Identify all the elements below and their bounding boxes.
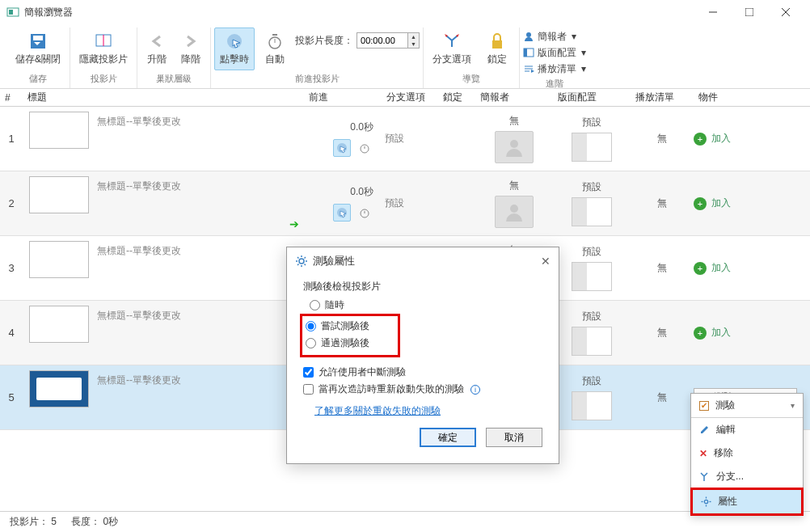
layout-thumbnail[interactable] <box>572 262 612 291</box>
ctx-test-header[interactable]: ✔ 測驗 ▾ <box>691 394 803 418</box>
learn-more-link[interactable]: 了解更多關於重啟失敗的測驗 <box>314 404 441 418</box>
svg-point-53 <box>704 500 707 503</box>
slide-name[interactable]: 無標題--單擊後更改 <box>97 309 181 323</box>
dialog-title: 測驗屬性 <box>313 254 355 268</box>
presenter-none-label: 無 <box>509 114 519 128</box>
auto-advance-button[interactable]: 自動 <box>256 27 293 70</box>
checkbox-allow-interrupt[interactable]: 允許使用者中斷測驗 <box>303 364 546 381</box>
playlist-cell[interactable]: 無 <box>631 301 694 365</box>
ctx-edit[interactable]: 編輯 <box>691 418 803 441</box>
branch-options-button[interactable]: 分支選項 <box>427 27 477 70</box>
slide-thumbnail[interactable] <box>29 176 89 213</box>
demote-button[interactable]: 降階 <box>175 27 207 70</box>
svg-line-52 <box>305 257 306 259</box>
table-row[interactable]: 1無標題--單擊後更改0.0秒預設無預設無+加入 <box>0 107 810 171</box>
save-close-button[interactable]: 儲存&關閉 <box>10 27 66 70</box>
lock-button[interactable]: 鎖定 <box>479 27 516 70</box>
stopwatch-icon[interactable] <box>356 204 373 222</box>
layout-thumbnail[interactable] <box>572 197 612 226</box>
slide-thumbnail[interactable] <box>29 370 89 407</box>
layout-thumbnail[interactable] <box>572 391 612 420</box>
playlist-cell[interactable]: 無 <box>631 171 694 235</box>
presenter-thumbnail[interactable] <box>495 196 534 228</box>
slide-thumbnail[interactable] <box>29 306 89 343</box>
ctx-remove[interactable]: ✕ 移除 <box>691 441 803 465</box>
ctx-properties[interactable]: 屬性 <box>693 490 801 513</box>
on-click-button[interactable]: 點擊時 <box>214 27 255 70</box>
radio-anytime[interactable]: 隨時 <box>310 297 546 314</box>
branch-cell[interactable]: 預設 <box>382 171 438 235</box>
window-minimize-button[interactable] <box>694 1 731 23</box>
layout-default-label: 預設 <box>582 116 601 129</box>
svg-marker-23 <box>531 70 534 73</box>
gear-icon <box>295 255 308 268</box>
object-context-menu: ✔ 測驗 ▾ 編輯 ✕ 移除 分支... 屬性 <box>690 393 804 516</box>
layout-thumbnail[interactable] <box>572 327 612 356</box>
cursor-click-icon <box>225 32 244 51</box>
slide-thumbnail[interactable] <box>29 112 89 149</box>
branch-arrow-icon: ➔ <box>289 217 299 230</box>
playlist-cell[interactable]: 無 <box>631 236 694 300</box>
checkbox-restart-on-revisit[interactable]: 當再次造訪時重新啟動失敗的測驗 i <box>303 381 546 398</box>
ribbon-group-advanced-label: 進階 <box>523 76 586 93</box>
promote-button[interactable]: 升階 <box>141 27 173 70</box>
playlist-dropdown[interactable]: 播放清單▾ <box>523 61 586 76</box>
slide-thumbnail[interactable] <box>29 241 89 278</box>
cursor-click-icon[interactable] <box>333 204 351 222</box>
advance-duration: 0.0秒 <box>350 120 373 134</box>
hide-slide-button[interactable]: 隱藏投影片 <box>74 27 133 70</box>
branch-cell[interactable]: 預設 <box>382 107 438 171</box>
info-icon[interactable]: i <box>470 385 480 395</box>
save-icon <box>28 32 48 51</box>
window-maximize-button[interactable] <box>731 1 767 23</box>
svg-rect-16 <box>492 40 502 49</box>
layout-default-label: 預設 <box>582 310 601 323</box>
window-close-button[interactable] <box>767 1 804 23</box>
stopwatch-icon[interactable] <box>356 139 373 157</box>
table-row[interactable]: 2無標題--單擊後更改0.0秒➔預設無預設無+加入 <box>0 171 810 236</box>
col-object: 物件 <box>694 89 810 106</box>
svg-point-44 <box>299 259 304 264</box>
arrow-left-icon <box>147 32 167 51</box>
col-playlist: 播放清單 <box>631 89 694 106</box>
add-object-button[interactable]: +加入 <box>694 196 731 210</box>
spin-down[interactable]: ▼ <box>407 40 419 48</box>
radio-after-pass[interactable]: 通過測驗後 <box>306 335 393 352</box>
quiz-properties-dialog: 測驗屬性 ✕ 測驗後檢視投影片 隨時 嘗試測驗後 通過測驗後 允許使用者中斷測驗… <box>286 247 559 464</box>
lock-cell[interactable] <box>438 107 475 171</box>
add-object-button[interactable]: +加入 <box>694 261 731 275</box>
dialog-group-label: 測驗後檢視投影片 <box>303 280 546 293</box>
row-number: 1 <box>0 107 23 171</box>
layout-default-label: 預設 <box>582 180 601 194</box>
slide-name[interactable]: 無標題--單擊後更改 <box>97 115 181 129</box>
lock-cell[interactable] <box>438 171 475 235</box>
col-branch: 分支選項 <box>382 89 438 106</box>
layout-thumbnail[interactable] <box>572 133 612 162</box>
svg-point-27 <box>510 140 518 148</box>
add-object-button[interactable]: +加入 <box>694 326 731 340</box>
cursor-click-icon[interactable] <box>333 139 351 157</box>
slide-length-field: 投影片長度： ▲▼ <box>295 32 420 49</box>
playlist-cell[interactable]: 無 <box>631 365 694 429</box>
dialog-ok-button[interactable]: 確定 <box>420 428 476 447</box>
presenter-dropdown[interactable]: 簡報者▾ <box>523 29 586 44</box>
ctx-branch[interactable]: 分支... <box>691 465 803 488</box>
slide-length-input[interactable] <box>357 33 407 48</box>
plus-icon: + <box>694 197 707 210</box>
presenter-thumbnail[interactable] <box>495 131 534 163</box>
svg-point-17 <box>526 32 531 37</box>
slide-name[interactable]: 無標題--單擊後更改 <box>97 374 181 387</box>
plus-icon: + <box>694 262 707 275</box>
radio-after-attempt[interactable]: 嘗試測驗後 <box>306 318 393 335</box>
row-number: 4 <box>0 301 23 365</box>
dialog-close-button[interactable]: ✕ <box>541 255 551 268</box>
slide-name[interactable]: 無標題--單擊後更改 <box>97 244 181 258</box>
svg-rect-19 <box>524 49 527 57</box>
layout-dropdown[interactable]: 版面配置▾ <box>523 45 586 60</box>
app-icon <box>6 6 19 19</box>
add-object-button[interactable]: +加入 <box>694 132 731 146</box>
slide-name[interactable]: 無標題--單擊後更改 <box>97 179 181 193</box>
dialog-cancel-button[interactable]: 取消 <box>486 428 542 447</box>
playlist-cell[interactable]: 無 <box>631 107 694 171</box>
spin-up[interactable]: ▲ <box>407 33 419 40</box>
